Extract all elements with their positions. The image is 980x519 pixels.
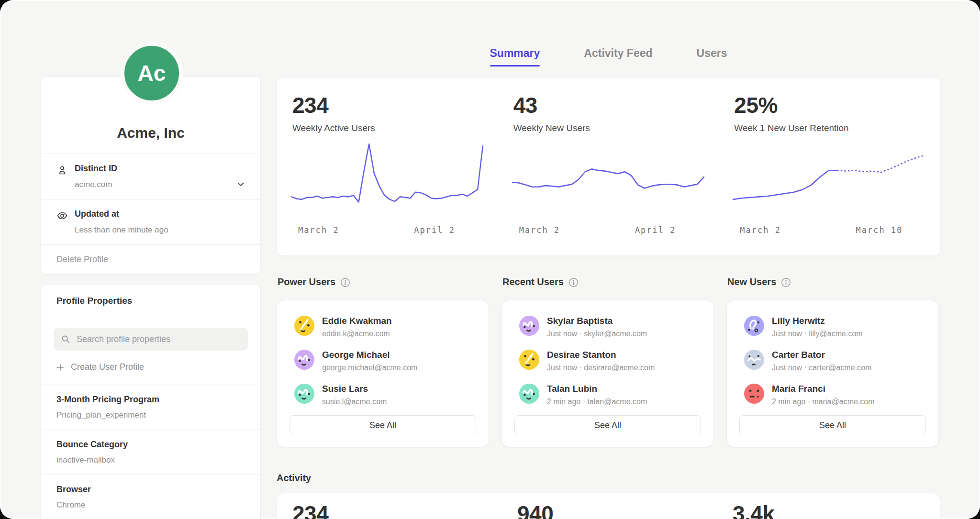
- avatar: [294, 316, 314, 336]
- x-axis-tick: March 2: [740, 225, 781, 235]
- stat-value: 25%: [734, 92, 924, 118]
- x-axis-tick: March 2: [519, 225, 560, 235]
- section-title: New Users: [727, 276, 776, 287]
- property-label: Bounce Category: [56, 440, 245, 450]
- user-name: Carter Bator: [772, 350, 871, 360]
- stat-weekly-new-users: 43 Weekly New Users March 2 April 2: [498, 78, 719, 255]
- distinct-id-value: acme.com: [75, 180, 244, 189]
- activity-stat: 3.4k: [733, 501, 775, 519]
- chevron-down-icon[interactable]: [235, 179, 246, 189]
- activity-section-title: Activity: [277, 473, 311, 484]
- stat-weekly-active-users: 234 Weekly Active Users March 2 April 2: [277, 78, 498, 255]
- user-name: Talan Lubin: [547, 384, 647, 394]
- profile-properties-card: Profile Properties Create User Profile 3…: [41, 285, 261, 519]
- stat-label: Week 1 New User Retention: [734, 123, 924, 133]
- recent-users-card: Skylar Baptista Just now · skyler@acme.c…: [501, 300, 714, 447]
- x-axis-tick: April 2: [635, 225, 676, 235]
- x-axis-tick: March 10: [856, 225, 903, 235]
- company-avatar-initials: Ac: [138, 60, 166, 86]
- list-item[interactable]: Talan Lubin 2 min ago · talan@acme.com: [519, 384, 701, 406]
- x-axis-tick: April 2: [414, 225, 455, 235]
- property-value: Chrome: [56, 500, 245, 510]
- eye-icon: [56, 210, 68, 221]
- new-users-card: Lilly Herwitz Just now · lilly@acme.com …: [726, 300, 939, 447]
- list-item[interactable]: Carter Bator Just now · carter@acme.com: [744, 350, 926, 372]
- list-item[interactable]: Desirae Stanton Just now · desirare@acme…: [519, 350, 701, 372]
- property-label: 3-Month Pricing Program: [56, 395, 245, 405]
- section-title: Recent Users: [502, 276, 564, 287]
- list-item[interactable]: Lilly Herwitz Just now · lilly@acme.com: [744, 316, 926, 338]
- stat-value: 234: [292, 92, 483, 118]
- user-meta: Just now · lilly@acme.com: [772, 330, 863, 338]
- property-label: Browser: [56, 485, 245, 495]
- info-icon[interactable]: [340, 277, 350, 287]
- user-meta: 2 min ago · maria@acme.com: [772, 398, 875, 406]
- profile-properties-title: Profile Properties: [41, 285, 260, 317]
- user-name: Desirae Stanton: [547, 350, 655, 360]
- avatar: [744, 316, 764, 336]
- section-header: Power Users: [277, 276, 489, 287]
- property-value: inactive-mailbox: [56, 455, 245, 465]
- profile-properties-search[interactable]: [54, 328, 248, 351]
- create-user-profile-button[interactable]: Create User Profile: [41, 351, 260, 385]
- search-input[interactable]: [76, 334, 241, 345]
- section-header: Recent Users: [501, 276, 714, 287]
- divider: [41, 317, 260, 317]
- tab-bar: Summary Activity Feed Users: [277, 47, 940, 66]
- avatar: [519, 384, 539, 404]
- activity-stat: 234: [292, 501, 328, 519]
- list-item[interactable]: George Michael george.michael@acme.com: [294, 350, 476, 372]
- new-users-section: New Users Lilly Herwitz Just now · lilly…: [726, 276, 939, 447]
- list-item[interactable]: Maria Franci 2 min ago · maria@acme.com: [744, 384, 926, 406]
- list-item[interactable]: Skylar Baptista Just now · skyler@acme.c…: [519, 316, 701, 338]
- delete-profile-button[interactable]: Delete Profile: [41, 245, 260, 274]
- distinct-id-row[interactable]: Distinct ID acme.com: [41, 154, 260, 199]
- avatar: [294, 384, 314, 404]
- user-email: susie.l@acme.com: [322, 398, 387, 406]
- tab-activity-feed[interactable]: Activity Feed: [584, 47, 652, 66]
- see-all-button[interactable]: See All: [514, 415, 701, 435]
- see-all-button[interactable]: See All: [290, 415, 476, 435]
- tab-summary[interactable]: Summary: [490, 47, 540, 66]
- info-icon[interactable]: [568, 277, 579, 287]
- avatar: [519, 350, 539, 370]
- tab-users[interactable]: Users: [697, 47, 727, 66]
- user-meta: Just now · skyler@acme.com: [547, 330, 647, 338]
- section-header: New Users: [726, 276, 939, 287]
- activity-card: 234 940 3.4k: [277, 493, 940, 519]
- property-row: Browser Chrome: [41, 475, 260, 519]
- user-meta: Just now · desirare@acme.com: [547, 364, 655, 372]
- stat-label: Weekly Active Users: [292, 123, 483, 133]
- info-icon[interactable]: [781, 277, 791, 287]
- power-users-card: Eddie Kwakman eddie.k@acme.com George Mi…: [277, 300, 489, 447]
- section-title: Power Users: [278, 276, 335, 287]
- property-value: Pricing_plan_experiment: [56, 410, 245, 420]
- user-name: Susie Lars: [322, 384, 387, 394]
- user-icon: [56, 165, 68, 176]
- user-name: Skylar Baptista: [547, 316, 647, 326]
- avatar: [744, 384, 764, 404]
- user-meta: 2 min ago · talan@acme.com: [547, 398, 647, 406]
- avatar: [519, 316, 539, 336]
- user-name: Eddie Kwakman: [322, 316, 392, 326]
- weekly-active-users-sparkline: [291, 139, 483, 216]
- company-profile-page: Ac Acme, Inc Distinct ID acme.com Update…: [0, 0, 980, 519]
- create-user-profile-label: Create User Profile: [71, 362, 144, 372]
- profile-card: Acme, Inc Distinct ID acme.com Updated a…: [41, 77, 261, 275]
- property-row: Bounce Category inactive-mailbox: [41, 430, 260, 475]
- property-row: 3-Month Pricing Program Pricing_plan_exp…: [41, 385, 260, 430]
- stat-value: 43: [513, 92, 704, 118]
- distinct-id-label: Distinct ID: [75, 164, 244, 174]
- list-item[interactable]: Eddie Kwakman eddie.k@acme.com: [294, 316, 476, 338]
- list-item[interactable]: Susie Lars susie.l@acme.com: [294, 384, 476, 406]
- weekly-new-users-sparkline: [512, 139, 704, 216]
- search-icon: [60, 334, 71, 344]
- summary-stats-card: 234 Weekly Active Users March 2 April 2 …: [277, 77, 940, 256]
- user-name: Lilly Herwitz: [772, 316, 863, 326]
- see-all-button[interactable]: See All: [739, 415, 926, 435]
- user-name: George Michael: [322, 350, 417, 360]
- user-name: Maria Franci: [772, 384, 875, 394]
- power-users-section: Power Users Eddie Kwakman eddie.k@acme.c…: [277, 276, 489, 447]
- main-content: Summary Activity Feed Users 234 Weekly A…: [277, 0, 940, 519]
- stat-label: Weekly New Users: [513, 123, 704, 133]
